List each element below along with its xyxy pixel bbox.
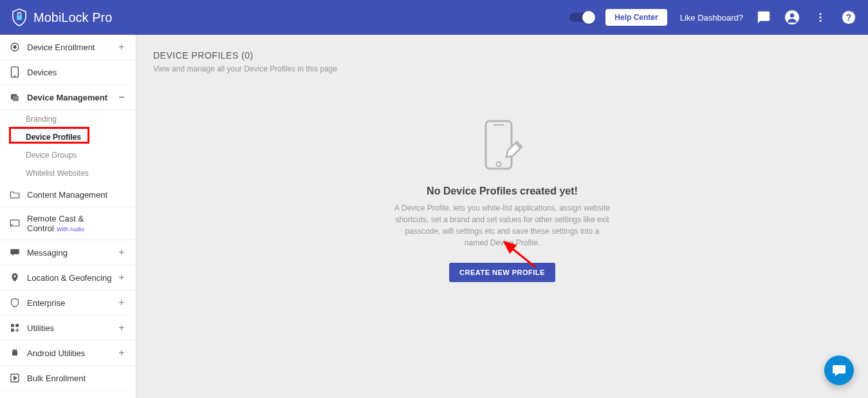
- sidebar-item-label: Messaging: [27, 248, 116, 258]
- expand-icon: +: [116, 347, 127, 359]
- like-dashboard-link[interactable]: Like Dashboard?: [680, 13, 743, 23]
- empty-phone-edit-icon: [477, 118, 528, 178]
- messages-icon[interactable]: [756, 10, 771, 25]
- sidebar-item-location[interactable]: Location & Geofencing +: [0, 265, 136, 290]
- empty-state: No Device Profiles created yet! A Device…: [153, 118, 851, 282]
- header-actions: Help Center Like Dashboard? ?: [569, 9, 856, 26]
- sidebar-item-device-enrollment[interactable]: Device Enrollment +: [0, 35, 136, 60]
- expand-icon: +: [116, 247, 127, 258]
- empty-heading: No Device Profiles created yet!: [427, 185, 578, 197]
- sidebar: Device Enrollment + Devices Device Manag…: [0, 35, 136, 398]
- expand-icon: +: [116, 297, 127, 308]
- brand: MobiLock Pro: [12, 8, 112, 26]
- sidebar-item-android-utilities[interactable]: Android Utilities +: [0, 341, 136, 366]
- utilities-icon: [9, 322, 21, 334]
- with-audio-badge: With Audio: [57, 226, 84, 232]
- sidebar-item-label: Location & Geofencing: [27, 273, 116, 283]
- more-icon[interactable]: [813, 10, 828, 25]
- sidebar-item-label: Enterprise: [27, 298, 116, 308]
- svg-point-2: [790, 14, 794, 17]
- sidebar-item-content-management[interactable]: Content Management: [0, 182, 136, 207]
- svg-point-4: [820, 17, 822, 19]
- enrollment-icon: [9, 41, 21, 53]
- svg-rect-0: [17, 15, 22, 20]
- empty-description: A Device Profile, lets you white-list ap…: [393, 202, 612, 249]
- sidebar-item-devices[interactable]: Devices: [0, 60, 136, 85]
- svg-rect-18: [11, 328, 14, 332]
- phone-icon: [9, 66, 21, 78]
- sidebar-item-label: Bulk Enrollment: [27, 374, 127, 383]
- svg-point-9: [14, 46, 16, 48]
- folder-icon: [9, 189, 21, 200]
- app-header: MobiLock Pro Help Center Like Dashboard?…: [0, 0, 868, 35]
- cast-icon: [9, 218, 21, 229]
- sidebar-subitem-whitelist-websites[interactable]: Whitelist Websites: [0, 164, 136, 182]
- svg-rect-17: [15, 324, 19, 327]
- sidebar-item-label: Device Enrollment: [27, 43, 116, 52]
- svg-point-5: [820, 20, 822, 22]
- main-content: DEVICE PROFILES (0) View and manage all …: [136, 35, 868, 398]
- svg-rect-14: [10, 220, 19, 226]
- create-new-profile-button[interactable]: CREATE NEW PROFILE: [449, 263, 555, 282]
- svg-rect-13: [13, 96, 19, 101]
- sidebar-item-bulk-enrollment[interactable]: Bulk Enrollment: [0, 366, 136, 391]
- collapse-icon: −: [116, 91, 127, 103]
- sidebar-item-label: Remote Cast & ControlWith Audio: [27, 214, 127, 233]
- svg-point-3: [820, 13, 822, 15]
- sidebar-subitem-device-profiles[interactable]: Device Profiles: [0, 128, 136, 146]
- brand-text: MobiLock Pro: [33, 10, 112, 25]
- sidebar-subitem-branding[interactable]: Branding: [0, 110, 136, 128]
- shield-lock-icon: [12, 8, 27, 26]
- android-icon: [9, 347, 21, 359]
- svg-rect-16: [11, 324, 14, 327]
- location-icon: [9, 272, 21, 283]
- dark-mode-toggle[interactable]: [569, 13, 593, 22]
- svg-line-23: [16, 348, 17, 349]
- sidebar-item-label: Devices: [27, 68, 127, 77]
- sidebar-item-device-management[interactable]: Device Management −: [0, 85, 136, 110]
- svg-line-22: [13, 348, 14, 349]
- chat-fab[interactable]: [824, 355, 854, 385]
- sidebar-item-utilities[interactable]: Utilities +: [0, 316, 136, 341]
- account-icon[interactable]: [784, 10, 800, 25]
- sidebar-item-messaging[interactable]: Messaging +: [0, 240, 136, 265]
- page-title: DEVICE PROFILES (0): [153, 50, 851, 61]
- sidebar-item-label: Content Management: [27, 190, 127, 200]
- expand-icon: +: [116, 41, 127, 53]
- sidebar-subitem-device-groups[interactable]: Device Groups: [0, 146, 136, 164]
- sidebar-item-enterprise[interactable]: Enterprise +: [0, 290, 136, 316]
- expand-icon: +: [116, 272, 127, 283]
- expand-icon: +: [116, 322, 127, 334]
- svg-point-29: [496, 162, 501, 167]
- enterprise-shield-icon: [9, 297, 21, 308]
- bulk-icon: [9, 372, 21, 384]
- help-icon[interactable]: ?: [841, 10, 856, 25]
- sidebar-item-label: Device Management: [27, 93, 116, 102]
- svg-rect-19: [12, 351, 17, 355]
- messaging-icon: [9, 247, 21, 258]
- sidebar-item-label: Android Utilities: [27, 348, 116, 358]
- page-subtitle: View and manage all your Device Profiles…: [153, 64, 851, 73]
- sidebar-item-label: Utilities: [27, 323, 116, 333]
- sidebar-item-remote-cast[interactable]: Remote Cast & ControlWith Audio: [0, 207, 136, 240]
- help-center-button[interactable]: Help Center: [605, 9, 667, 26]
- svg-text:?: ?: [846, 13, 851, 23]
- management-icon: [9, 91, 21, 103]
- svg-point-15: [14, 275, 15, 277]
- sidebar-item-reports[interactable]: Reports & Alerts +: [0, 391, 136, 398]
